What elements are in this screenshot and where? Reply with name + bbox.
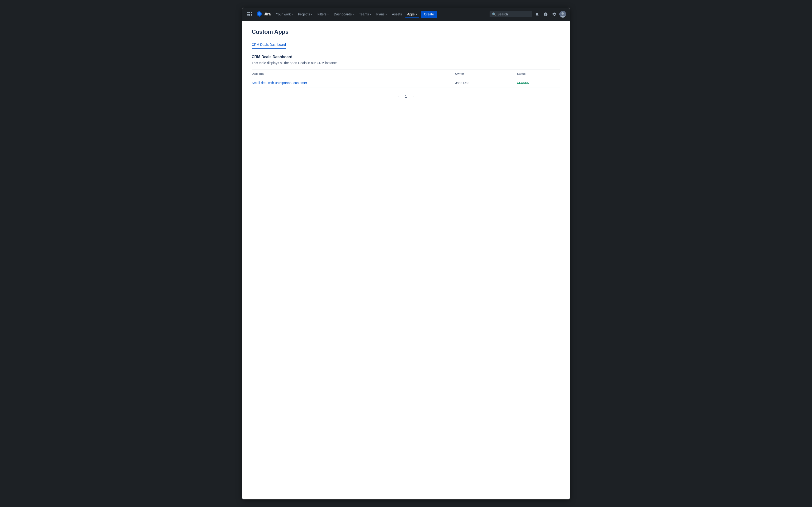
tabs-bar: CRM Deals Dashboard — [252, 41, 560, 49]
notifications-button[interactable] — [533, 10, 541, 18]
svg-rect-7 — [249, 15, 250, 16]
chevron-down-icon: ▾ — [370, 13, 371, 16]
nav-dashboards[interactable]: Dashboards ▾ — [331, 11, 357, 17]
settings-button[interactable] — [550, 10, 558, 18]
nav-right: 🔍 — [490, 10, 566, 18]
section-desc: This table displays all the open Deals i… — [252, 61, 560, 65]
deals-table: Deal Title Owner Status Small deal with … — [252, 69, 560, 88]
column-deal-title: Deal Title — [252, 70, 452, 78]
svg-rect-1 — [249, 12, 250, 13]
nav-your-work[interactable]: Your work ▾ — [273, 11, 295, 17]
deal-status: CLOSED — [514, 78, 560, 88]
avatar[interactable] — [559, 11, 566, 17]
chevron-down-icon: ▾ — [291, 13, 293, 16]
chevron-down-icon: ▾ — [311, 13, 312, 16]
logo-text: Jira — [264, 12, 271, 16]
search-input[interactable] — [497, 12, 526, 16]
column-status: Status — [514, 70, 560, 78]
table-row: Small deal with unimportant customerJane… — [252, 78, 560, 88]
main-content: Custom Apps CRM Deals Dashboard CRM Deal… — [242, 21, 570, 499]
svg-rect-8 — [251, 15, 252, 16]
nav-filters[interactable]: Filters ▾ — [315, 11, 331, 17]
nav-items: Your work ▾ Projects ▾ Filters ▾ Dashboa… — [273, 11, 489, 18]
tab-crm-deals-dashboard[interactable]: CRM Deals Dashboard — [252, 41, 286, 49]
column-owner: Owner — [452, 70, 514, 78]
nav-teams[interactable]: Teams ▾ — [357, 11, 373, 17]
deal-title-link[interactable]: Small deal with unimportant customer — [252, 81, 307, 85]
chevron-down-icon: ▾ — [353, 13, 354, 16]
svg-point-10 — [561, 12, 564, 15]
search-box[interactable]: 🔍 — [490, 11, 532, 17]
svg-rect-4 — [249, 14, 250, 15]
section-title: CRM Deals Dashboard — [252, 55, 560, 59]
nav-projects[interactable]: Projects ▾ — [295, 11, 315, 17]
svg-rect-2 — [251, 12, 252, 13]
nav-plans[interactable]: Plans ▾ — [374, 11, 389, 17]
svg-rect-3 — [248, 14, 249, 15]
topnav: Jira Your work ▾ Projects ▾ Filters ▾ Da… — [242, 8, 570, 21]
jira-logo[interactable]: Jira — [254, 10, 273, 18]
section: CRM Deals Dashboard This table displays … — [252, 49, 560, 101]
create-button[interactable]: Create — [421, 11, 437, 18]
next-page-button[interactable]: › — [411, 94, 416, 99]
grid-icon[interactable] — [246, 11, 253, 18]
page-title: Custom Apps — [252, 29, 560, 35]
chevron-down-icon: ▾ — [386, 13, 387, 16]
chevron-down-icon: ▾ — [327, 13, 329, 16]
svg-rect-0 — [248, 12, 249, 13]
nav-assets[interactable]: Assets — [390, 11, 404, 17]
svg-rect-5 — [251, 14, 252, 15]
nav-apps[interactable]: Apps ▾ — [405, 11, 419, 17]
search-icon: 🔍 — [492, 12, 496, 16]
deal-owner: Jane Doe — [452, 78, 514, 88]
prev-page-button[interactable]: ‹ — [396, 94, 401, 99]
help-button[interactable] — [542, 10, 549, 18]
pagination: ‹ 1 › — [252, 88, 560, 101]
table-header-row: Deal Title Owner Status — [252, 70, 560, 78]
svg-rect-6 — [248, 15, 249, 16]
page-number: 1 — [403, 94, 409, 99]
chevron-down-icon: ▾ — [416, 13, 417, 16]
